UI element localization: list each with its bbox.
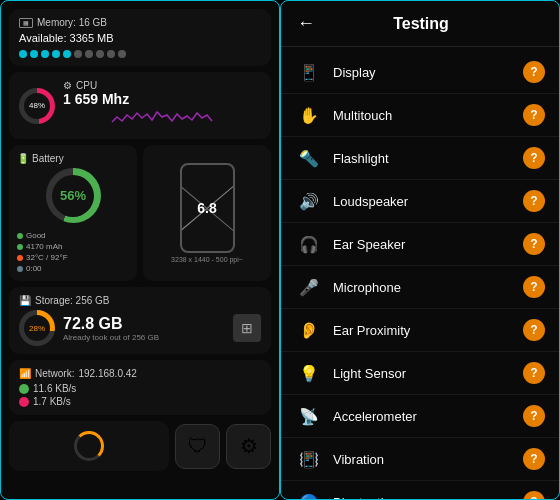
test-item-label: Vibration bbox=[333, 452, 523, 467]
memory-available: Available: 3365 MB bbox=[19, 32, 261, 44]
phone-sub: 3238 x 1440 - 500 ppi~ bbox=[171, 256, 243, 263]
test-item-icon: 🎤 bbox=[295, 278, 323, 297]
test-item-badge[interactable]: ? bbox=[523, 147, 545, 169]
cpu-icon: ⚙ bbox=[63, 80, 72, 91]
test-item-label: Ear Speaker bbox=[333, 237, 523, 252]
battery-phone-section: 🔋 Battery 56% Good4170 mAh32°C / 92°F0:0… bbox=[9, 145, 271, 281]
test-item[interactable]: 🔊Loudspeaker? bbox=[281, 180, 559, 223]
stat-dot bbox=[17, 244, 23, 250]
test-item-badge[interactable]: ? bbox=[523, 233, 545, 255]
right-header: ← Testing bbox=[281, 1, 559, 47]
stat-text: 0:00 bbox=[26, 264, 42, 273]
battery-stats: Good4170 mAh32°C / 92°F0:00 bbox=[17, 231, 68, 273]
test-item[interactable]: 🔦Flashlight? bbox=[281, 137, 559, 180]
test-item[interactable]: 📱Display? bbox=[281, 51, 559, 94]
left-panel: ▦ Memory: 16 GB Available: 3365 MB 48% ⚙… bbox=[0, 0, 280, 500]
cpu-title: ⚙ CPU bbox=[63, 80, 261, 91]
memory-dot bbox=[52, 50, 60, 58]
test-item-icon: 🎧 bbox=[295, 235, 323, 254]
storage-percent: 28% bbox=[24, 315, 50, 341]
memory-dot bbox=[74, 50, 82, 58]
storage-db-icon: ⊞ bbox=[233, 314, 261, 342]
memory-dots bbox=[19, 50, 261, 58]
download-speed: 11.6 KB/s bbox=[33, 383, 76, 394]
shield-button[interactable]: 🛡 bbox=[175, 424, 220, 469]
test-item-label: Bluetooth bbox=[333, 495, 523, 500]
phone-size: 6.8 bbox=[197, 200, 216, 216]
memory-icon: ▦ bbox=[19, 18, 33, 28]
spinner-card bbox=[9, 421, 169, 471]
test-item[interactable]: 🎧Ear Speaker? bbox=[281, 223, 559, 266]
battery-title: 🔋 Battery bbox=[17, 153, 64, 164]
battery-stat-row: 0:00 bbox=[17, 264, 68, 273]
battery-stat-row: 32°C / 92°F bbox=[17, 253, 68, 262]
storage-icon-title: 💾 bbox=[19, 295, 31, 306]
phone-card: 6.8 3238 x 1440 - 500 ppi~ bbox=[143, 145, 271, 281]
test-item-icon: 📱 bbox=[295, 63, 323, 82]
test-item[interactable]: 📳Vibration? bbox=[281, 438, 559, 481]
test-item-icon: 💡 bbox=[295, 364, 323, 383]
cpu-mhz: 1 659 Mhz bbox=[63, 91, 261, 107]
test-item-label: Display bbox=[333, 65, 523, 80]
memory-dot bbox=[85, 50, 93, 58]
cpu-gauge: 48% bbox=[19, 88, 55, 124]
battery-stat-row: Good bbox=[17, 231, 68, 240]
page-title: Testing bbox=[323, 15, 519, 33]
bottom-row: 🛡 ⚙ bbox=[9, 421, 271, 471]
battery-card: 🔋 Battery 56% Good4170 mAh32°C / 92°F0:0… bbox=[9, 145, 137, 281]
download-row: 11.6 KB/s bbox=[19, 383, 261, 394]
cpu-info: ⚙ CPU 1 659 Mhz bbox=[63, 80, 261, 131]
test-item-badge[interactable]: ? bbox=[523, 190, 545, 212]
test-item-label: Loudspeaker bbox=[333, 194, 523, 209]
test-item[interactable]: 👂Ear Proximity? bbox=[281, 309, 559, 352]
loading-spinner bbox=[74, 431, 104, 461]
memory-dot bbox=[96, 50, 104, 58]
test-item-label: Light Sensor bbox=[333, 366, 523, 381]
memory-title: ▦ Memory: 16 GB bbox=[19, 17, 261, 28]
test-list: 📱Display?✋Multitouch?🔦Flashlight?🔊Loudsp… bbox=[281, 47, 559, 499]
stat-dot bbox=[17, 255, 23, 261]
stat-dot bbox=[17, 266, 23, 272]
test-item-badge[interactable]: ? bbox=[523, 362, 545, 384]
gear-button[interactable]: ⚙ bbox=[226, 424, 271, 469]
back-button[interactable]: ← bbox=[297, 13, 315, 34]
up-icon bbox=[19, 397, 29, 407]
test-item-icon: 🔊 bbox=[295, 192, 323, 211]
battery-percent: 56% bbox=[52, 175, 94, 217]
cpu-wave bbox=[63, 107, 261, 127]
test-item-badge[interactable]: ? bbox=[523, 276, 545, 298]
storage-gauge: 28% bbox=[19, 310, 55, 346]
test-item-icon: ✋ bbox=[295, 106, 323, 125]
cpu-card: 48% ⚙ CPU 1 659 Mhz bbox=[9, 72, 271, 139]
test-item[interactable]: 📡Accelerometer? bbox=[281, 395, 559, 438]
test-item-badge[interactable]: ? bbox=[523, 405, 545, 427]
test-item[interactable]: 🔵Bluetooth? bbox=[281, 481, 559, 499]
test-item-badge[interactable]: ? bbox=[523, 319, 545, 341]
memory-dot bbox=[30, 50, 38, 58]
test-item[interactable]: ✋Multitouch? bbox=[281, 94, 559, 137]
test-item-badge[interactable]: ? bbox=[523, 491, 545, 499]
test-item-icon: 🔦 bbox=[295, 149, 323, 168]
test-item-badge[interactable]: ? bbox=[523, 448, 545, 470]
test-item[interactable]: 💡Light Sensor? bbox=[281, 352, 559, 395]
storage-title: 💾 Storage: 256 GB bbox=[19, 295, 261, 306]
storage-row: 28% 72.8 GB Already took out of 256 GB ⊞ bbox=[19, 310, 261, 346]
battery-stat-row: 4170 mAh bbox=[17, 242, 68, 251]
test-item-badge[interactable]: ? bbox=[523, 61, 545, 83]
shield-icon: 🛡 bbox=[188, 435, 208, 458]
network-title: 📶 Network: 192.168.0.42 bbox=[19, 368, 261, 379]
test-item-badge[interactable]: ? bbox=[523, 104, 545, 126]
memory-dot bbox=[118, 50, 126, 58]
memory-dot bbox=[107, 50, 115, 58]
test-item-label: Ear Proximity bbox=[333, 323, 523, 338]
memory-dot bbox=[19, 50, 27, 58]
memory-dot bbox=[63, 50, 71, 58]
upload-speed: 1.7 KB/s bbox=[33, 396, 71, 407]
test-item-label: Flashlight bbox=[333, 151, 523, 166]
test-item[interactable]: 🎤Microphone? bbox=[281, 266, 559, 309]
test-item-label: Microphone bbox=[333, 280, 523, 295]
right-panel: ← Testing 📱Display?✋Multitouch?🔦Flashlig… bbox=[280, 0, 560, 500]
down-icon bbox=[19, 384, 29, 394]
cpu-percent: 48% bbox=[24, 93, 50, 119]
battery-icon: 🔋 bbox=[17, 153, 29, 164]
